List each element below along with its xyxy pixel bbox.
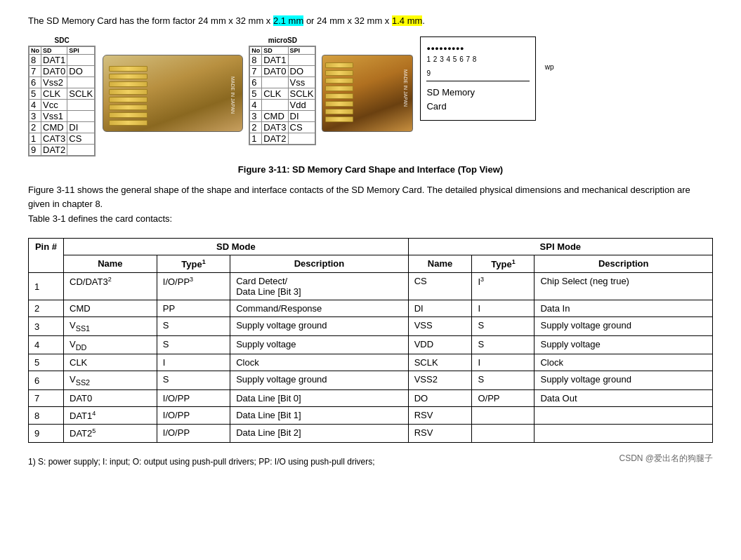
col-sd-mode-header: SD Mode — [64, 238, 409, 255]
microsd-card-photo: MADE IN JAPAN — [322, 55, 413, 132]
sd-card-photo: MADE IN JAPAN — [103, 55, 243, 132]
sd-desc: Clock — [230, 354, 408, 371]
sd-name: DAT14 — [64, 407, 157, 425]
sd-box-content: SD Memory Card — [426, 81, 530, 115]
sd-type: I/O/PP — [157, 425, 230, 442]
sd-name: DAT0 — [64, 390, 157, 407]
spi-desc: Supply voltage ground — [535, 371, 713, 390]
spi-type: O/PP — [472, 390, 535, 407]
pin-number: 4 — [29, 335, 64, 354]
spi-name: RSV — [408, 407, 472, 425]
footnote-text: 1) S: power supply; I: input; O: output … — [28, 457, 375, 467]
sd-name: CMD — [64, 300, 157, 317]
pin-number: 9 — [29, 425, 64, 442]
spi-type: I — [472, 354, 535, 371]
sd-memory-line2: Card — [426, 100, 530, 114]
sd-type: I — [157, 354, 230, 371]
sd-desc: Supply voltage ground — [230, 371, 408, 390]
table-row: 8DAT14I/O/PPData Line [Bit 1]RSV — [29, 407, 713, 425]
sd-memory-line1: SD Memory — [426, 86, 530, 100]
sd-desc: Supply voltage — [230, 335, 408, 354]
spi-type: S — [472, 371, 535, 390]
sd-desc: Data Line [Bit 1] — [230, 407, 408, 425]
made-in-japan-text: MADE IN JAPAN — [230, 76, 235, 114]
spi-name: CS — [408, 273, 472, 300]
sd-sub-type: Type1 — [157, 255, 230, 272]
spi-name: RSV — [408, 425, 472, 442]
sd-card-box-wrapper: ●●●●●●●●● 1 2 3 4 5 6 7 8 9 SD Memory Ca… — [420, 36, 536, 121]
sd-box-pins: ●●●●●●●●● 1 2 3 4 5 6 7 8 — [426, 43, 530, 65]
sd-name: VSS1 — [64, 317, 157, 336]
microsd-title: microSD — [249, 36, 316, 44]
spi-sub-desc: Description — [535, 255, 713, 272]
highlight-cyan: 2.1 mm — [273, 15, 303, 26]
sd-card-box-diagram: ●●●●●●●●● 1 2 3 4 5 6 7 8 9 SD Memory Ca… — [420, 36, 536, 121]
col-pin-header: Pin # — [29, 238, 64, 272]
spi-desc: Data In — [535, 300, 713, 317]
spi-sub-type: Type1 — [472, 255, 535, 272]
pin-table: Pin # SD Mode SPI Mode Name Type1 Descri… — [28, 238, 713, 443]
table-row: 5CLKIClockSCLKIClock — [29, 354, 713, 371]
sdc-title: SDC — [28, 36, 96, 44]
spi-name: VSS2 — [408, 371, 472, 390]
card-photos: MADE IN JAPAN microSD No SD SPI 8DAT1 7D… — [103, 36, 413, 150]
pin-number: 1 — [29, 273, 64, 300]
spi-type: I — [472, 300, 535, 317]
spi-type — [472, 425, 535, 442]
pin-number: 3 — [29, 317, 64, 336]
intro-paragraph: The SD Memory Card has the form factor 2… — [28, 14, 713, 28]
pin-number: 6 — [29, 371, 64, 390]
pin-number: 2 — [29, 300, 64, 317]
table-row: 2CMDPPCommand/ResponseDIIData In — [29, 300, 713, 317]
sd-type: I/O/PP3 — [157, 273, 230, 300]
sd-name: VSS2 — [64, 371, 157, 390]
sd-desc: Command/Response — [230, 300, 408, 317]
sd-name: CD/DAT32 — [64, 273, 157, 300]
spi-type: I3 — [472, 273, 535, 300]
sd-box-pin9: 9 — [426, 68, 530, 79]
microsd-card-contacts — [325, 62, 353, 122]
sd-sub-desc: Description — [230, 255, 408, 272]
table-row: 3VSS1SSupply voltage groundVSSSSupply vo… — [29, 317, 713, 336]
spi-type — [472, 407, 535, 425]
sd-desc: Data Line [Bit 0] — [230, 390, 408, 407]
sd-desc: Supply voltage ground — [230, 317, 408, 336]
sd-name: DAT25 — [64, 425, 157, 442]
sd-type: PP — [157, 300, 230, 317]
spi-name: VSS — [408, 317, 472, 336]
table-row: 9DAT25I/O/PPData Line [Bit 2]RSV — [29, 425, 713, 442]
col-spi-mode-header: SPI Mode — [408, 238, 712, 255]
highlight-yellow: 1.4 mm — [392, 15, 422, 26]
spi-desc: Supply voltage — [535, 335, 713, 354]
spi-desc — [535, 407, 713, 425]
table-row: 7DAT0I/O/PPData Line [Bit 0]DOO/PPData O… — [29, 390, 713, 407]
pin-number: 7 — [29, 390, 64, 407]
intro-text-before: The SD Memory Card has the form factor 2… — [28, 15, 273, 26]
sd-type: S — [157, 371, 230, 390]
wp-label: wp — [545, 63, 554, 71]
spi-name: DO — [408, 390, 472, 407]
sd-card-contacts — [109, 66, 147, 126]
sd-type: I/O/PP — [157, 407, 230, 425]
spi-desc: Clock — [535, 354, 713, 371]
spi-name: SCLK — [408, 354, 472, 371]
spi-desc — [535, 425, 713, 442]
spi-type: S — [472, 335, 535, 354]
microsd-diagram: microSD No SD SPI 8DAT1 7DAT0DO 6Vss 5CL… — [249, 36, 316, 150]
intro-text-middle: or 24 mm x 32 mm x — [303, 15, 392, 26]
spi-name: DI — [408, 300, 472, 317]
sdc-diagram: SDC No SD SPI 8DAT1 7DAT0DO 6Vss2 5CLKSC… — [28, 36, 96, 159]
figure-caption: Figure 3-11: SD Memory Card Shape and In… — [28, 164, 713, 175]
pin-number: 5 — [29, 354, 64, 371]
sd-type: S — [157, 317, 230, 336]
spi-desc: Chip Select (neg true) — [535, 273, 713, 300]
table-row: 6VSS2SSupply voltage groundVSS2SSupply v… — [29, 371, 713, 390]
sd-sub-name: Name — [64, 255, 157, 272]
sd-desc: Card Detect/Data Line [Bit 3] — [230, 273, 408, 300]
spi-desc: Supply voltage ground — [535, 317, 713, 336]
body-text: Figure 3-11 shows the general shape of t… — [28, 183, 713, 227]
intro-text-after: . — [422, 15, 425, 26]
csdn-watermark: CSDN @爱出名的狗腿子 — [619, 453, 713, 465]
sd-name: VDD — [64, 335, 157, 354]
microsd-made-in-japan: MADE IN JAPAN — [403, 69, 408, 107]
